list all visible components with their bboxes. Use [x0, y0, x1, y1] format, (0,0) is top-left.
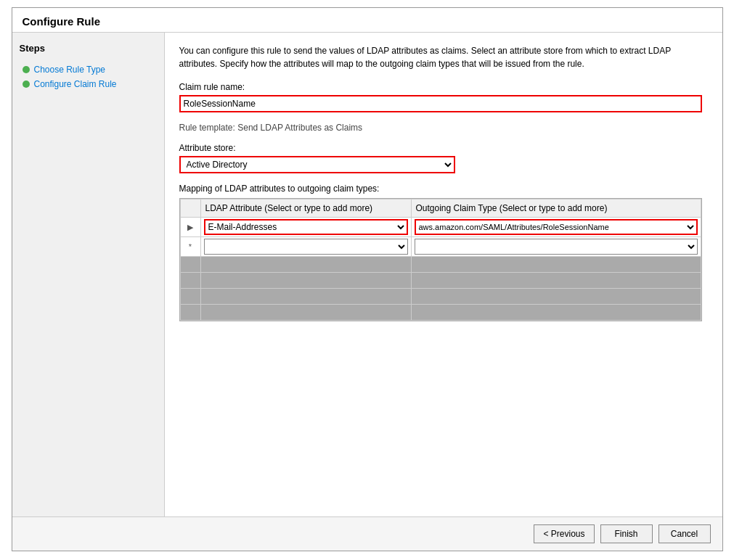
empty-row-1 — [180, 257, 701, 273]
main-content: You can configure this rule to send the … — [165, 33, 722, 516]
empty-cell — [200, 273, 411, 289]
step1-dot — [23, 66, 30, 73]
col-indicator-header — [180, 199, 200, 218]
sidebar-item-choose-rule-type[interactable]: Choose Rule Type — [20, 62, 157, 77]
row1-ldap-select[interactable]: E-Mail-Addresses — [204, 219, 408, 235]
mapping-table-container: LDAP Attribute (Select or type to add mo… — [179, 198, 702, 321]
table-row: ▶ E-Mail-Addresses aws.amazon.com/SAML/A… — [180, 218, 701, 237]
empty-cell — [200, 257, 411, 273]
dialog-title: Configure Rule — [12, 8, 722, 33]
sidebar: Steps Choose Rule Type Configure Claim R… — [12, 33, 165, 516]
empty-cell — [180, 257, 200, 273]
empty-cell — [200, 289, 411, 305]
empty-cell — [200, 305, 411, 321]
row1-ldap-cell: E-Mail-Addresses — [200, 218, 411, 237]
empty-cell — [411, 289, 701, 305]
empty-cell — [180, 289, 200, 305]
attribute-store-label: Attribute store: — [179, 143, 708, 153]
empty-cell — [180, 305, 200, 321]
row2-outgoing-select[interactable] — [415, 239, 698, 255]
description-text: You can configure this rule to send the … — [179, 44, 702, 70]
claim-rule-name-label: Claim rule name: — [179, 82, 708, 92]
step2-dot — [23, 81, 30, 88]
sidebar-item-label: Choose Rule Type — [34, 65, 106, 75]
row2-ldap-select[interactable] — [204, 239, 408, 255]
cancel-button[interactable]: Cancel — [658, 524, 711, 543]
empty-cell — [411, 305, 701, 321]
empty-cell — [180, 273, 200, 289]
row1-outgoing-cell: aws.amazon.com/SAML/Attributes/RoleSessi… — [411, 218, 701, 237]
row1-outgoing-select[interactable]: aws.amazon.com/SAML/Attributes/RoleSessi… — [415, 219, 698, 235]
row1-indicator: ▶ — [180, 218, 200, 237]
attribute-store-select[interactable]: Active Directory — [179, 156, 455, 173]
empty-cell — [411, 273, 701, 289]
configure-rule-dialog: Configure Rule Steps Choose Rule Type Co… — [12, 7, 723, 551]
sidebar-item-label: Configure Claim Rule — [34, 79, 117, 89]
sidebar-item-configure-claim-rule[interactable]: Configure Claim Rule — [20, 77, 157, 91]
claim-rule-name-group: Claim rule name: — [179, 82, 708, 112]
claim-rule-name-input[interactable] — [179, 95, 702, 112]
dialog-footer: < Previous Finish Cancel — [12, 516, 722, 551]
row2-outgoing-cell — [411, 237, 701, 257]
empty-cell — [411, 257, 701, 273]
sidebar-title: Steps — [20, 43, 157, 54]
dialog-body: Steps Choose Rule Type Configure Claim R… — [12, 33, 722, 516]
mapping-label: Mapping of LDAP attributes to outgoing c… — [179, 184, 708, 194]
row2-indicator: * — [180, 237, 200, 257]
mapping-table: LDAP Attribute (Select or type to add mo… — [180, 199, 701, 321]
col-outgoing-header: Outgoing Claim Type (Select or type to a… — [411, 199, 701, 218]
col-ldap-header: LDAP Attribute (Select or type to add mo… — [200, 199, 411, 218]
row2-ldap-cell — [200, 237, 411, 257]
empty-row-4 — [180, 305, 701, 321]
table-row: * — [180, 237, 701, 257]
previous-button[interactable]: < Previous — [534, 524, 594, 543]
rule-template-text: Rule template: Send LDAP Attributes as C… — [179, 123, 708, 133]
attribute-store-group: Attribute store: Active Directory — [179, 143, 708, 173]
empty-row-2 — [180, 273, 701, 289]
empty-row-3 — [180, 289, 701, 305]
finish-button[interactable]: Finish — [600, 524, 653, 543]
